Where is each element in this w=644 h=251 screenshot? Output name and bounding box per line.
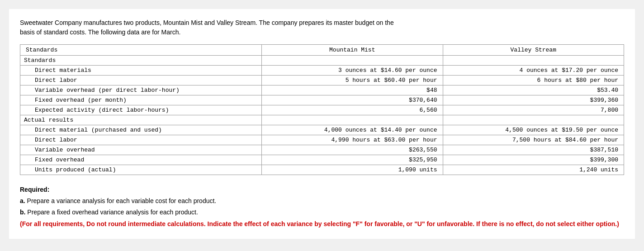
section-mm xyxy=(262,56,443,66)
table-row: Direct labor4,990 hours at $63.00 per ho… xyxy=(20,135,624,145)
row-vs-value: $399,300 xyxy=(443,155,624,165)
row-vs-value: 6 hours at $80 per hour xyxy=(443,76,624,85)
row-label: Variable overhead (per direct labor-hour… xyxy=(20,85,262,95)
table-row: Variable overhead (per direct labor-hour… xyxy=(20,85,624,95)
row-label: Fixed overhead (per month) xyxy=(20,95,262,105)
row-mm-value: $325,950 xyxy=(262,155,443,165)
row-label: Fixed overhead xyxy=(20,155,262,165)
table-row: Direct materials3 ounces at $14.60 per o… xyxy=(20,66,624,76)
required-item: b. Prepare a fixed overhead variance ana… xyxy=(20,207,624,218)
row-label: Variable overhead xyxy=(20,145,262,155)
table-row: Actual results xyxy=(20,115,624,125)
intro-line2: basis of standard costs. The following d… xyxy=(20,28,180,36)
table-row: Standards xyxy=(20,56,624,66)
row-mm-value: 6,560 xyxy=(262,105,443,115)
row-mm-value: $370,640 xyxy=(262,95,443,105)
row-label: Direct labor xyxy=(20,135,262,145)
row-mm-value: 4,000 ounces at $14.40 per ounce xyxy=(262,125,443,135)
table-row: Fixed overhead$325,950$399,300 xyxy=(20,155,624,165)
row-label: Units produced (actual) xyxy=(20,165,262,175)
section-vs xyxy=(443,56,624,66)
table-row: Direct material (purchased and used)4,00… xyxy=(20,125,624,135)
row-mm-value: $263,550 xyxy=(262,145,443,155)
row-vs-value: 4 ounces at $17.20 per ounce xyxy=(443,66,624,76)
row-vs-value: $387,510 xyxy=(443,145,624,155)
row-vs-value: 7,800 xyxy=(443,105,624,115)
row-mm-value: 3 ounces at $14.60 per ounce xyxy=(262,66,443,76)
row-mm-value: 4,990 hours at $63.00 per hour xyxy=(262,135,443,145)
row-label: Expected activity (direct labor-hours) xyxy=(20,105,262,115)
section-label: Standards xyxy=(20,56,262,66)
col3-header: Valley Stream xyxy=(443,45,624,56)
section-mm xyxy=(262,115,443,125)
intro-line1: Sweetwater Company manufactures two prod… xyxy=(20,19,394,26)
col1-header: Standards xyxy=(20,45,262,56)
table-row: Direct labor5 hours at $60.40 per hour6 … xyxy=(20,76,624,85)
row-vs-value: $399,360 xyxy=(443,95,624,105)
intro-paragraph: Sweetwater Company manufactures two prod… xyxy=(20,18,624,37)
data-table: Standards Mountain Mist Valley Stream St… xyxy=(20,44,624,175)
page-container: Sweetwater Company manufactures two prod… xyxy=(9,9,635,239)
required-item: a. Prepare a variance analysis for each … xyxy=(20,195,624,207)
table-row: Variable overhead$263,550$387,510 xyxy=(20,145,624,155)
required-note: (For all requirements, Do not round inte… xyxy=(20,218,624,230)
required-section: Required: a. Prepare a variance analysis… xyxy=(20,184,624,230)
row-vs-value: 4,500 ounces at $19.50 per ounce xyxy=(443,125,624,135)
table-row: Fixed overhead (per month)$370,640$399,3… xyxy=(20,95,624,105)
row-vs-value: 1,240 units xyxy=(443,165,624,175)
row-mm-value: $48 xyxy=(262,85,443,95)
row-label: Direct materials xyxy=(20,66,262,76)
row-label: Direct material (purchased and used) xyxy=(20,125,262,135)
row-label: Direct labor xyxy=(20,76,262,85)
table-row: Units produced (actual)1,090 units1,240 … xyxy=(20,165,624,175)
col2-header: Mountain Mist xyxy=(262,45,443,56)
required-title: Required: xyxy=(20,184,624,195)
section-label: Actual results xyxy=(20,115,262,125)
row-vs-value: $53.40 xyxy=(443,85,624,95)
row-mm-value: 5 hours at $60.40 per hour xyxy=(262,76,443,85)
row-mm-value: 1,090 units xyxy=(262,165,443,175)
table-row: Expected activity (direct labor-hours)6,… xyxy=(20,105,624,115)
row-vs-value: 7,500 hours at $84.60 per hour xyxy=(443,135,624,145)
section-vs xyxy=(443,115,624,125)
